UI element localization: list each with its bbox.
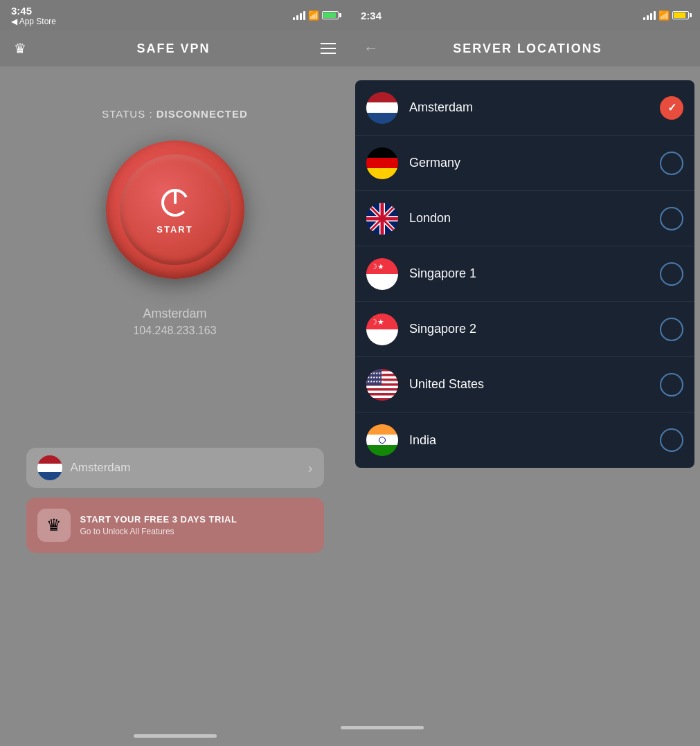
left-top-nav: ♛ SAFE VPN	[0, 30, 350, 66]
svg-text:★★★★★★: ★★★★★★	[367, 379, 384, 383]
server-item-singapore2[interactable]: ☽★ Singapore 2	[355, 302, 694, 357]
wifi-icon-right: 📶	[658, 10, 670, 21]
right-panel: 2:34 📶 ← SERVER LOCATIONS Amsterdam	[350, 0, 700, 746]
radio-us	[660, 373, 683, 397]
power-button-inner: START	[120, 154, 231, 265]
menu-button[interactable]	[321, 43, 336, 54]
svg-rect-16	[366, 390, 398, 393]
server-item-london[interactable]: London	[355, 191, 694, 246]
app-store-back[interactable]: ◀ App Store	[11, 17, 56, 26]
trial-text: START YOUR FREE 3 DAYS TRIAL Go to Unloc…	[80, 514, 237, 536]
flag-amsterdam	[366, 92, 398, 124]
svg-rect-15	[366, 385, 398, 388]
svg-rect-17	[366, 395, 398, 398]
battery-right	[672, 11, 689, 19]
start-label: START	[156, 224, 192, 235]
right-top-nav: ← SERVER LOCATIONS	[350, 30, 700, 66]
battery-left	[322, 11, 339, 19]
back-button[interactable]: ←	[364, 39, 379, 57]
server-name-india: India	[409, 433, 660, 448]
server-name-singapore2: Singapore 2	[409, 322, 660, 336]
crown-icon[interactable]: ♛	[14, 40, 26, 57]
server-name-amsterdam: Amsterdam	[409, 100, 660, 115]
status-value: DISCONNECTED	[156, 108, 248, 120]
radio-amsterdam	[660, 96, 683, 120]
left-status-bar: 3:45 ◀ App Store 📶	[0, 0, 350, 30]
flag-singapore2: ☽★	[366, 313, 398, 345]
page-title: SERVER LOCATIONS	[390, 42, 665, 56]
radio-singapore1	[660, 262, 683, 286]
server-name-germany: Germany	[409, 156, 660, 170]
left-status-icons: 📶	[293, 10, 339, 21]
trial-title: START YOUR FREE 3 DAYS TRIAL	[80, 514, 237, 525]
signal-bars-left	[293, 10, 305, 20]
signal-bars-right	[643, 10, 656, 20]
server-name-singapore1: Singapore 1	[409, 266, 660, 281]
server-selector-name: Amsterdam	[71, 461, 308, 475]
power-button-container: START	[106, 140, 244, 279]
right-status-icons: 📶	[643, 10, 689, 21]
flag-singapore1: ☽★	[366, 258, 398, 290]
chevron-right-icon: ›	[308, 460, 313, 476]
server-item-india[interactable]: India	[355, 412, 694, 468]
flag-germany	[366, 147, 398, 179]
power-icon	[158, 185, 192, 220]
server-list: Amsterdam Germany	[355, 80, 694, 468]
power-button[interactable]: START	[106, 140, 244, 279]
connection-status: STATUS : DISCONNECTED	[102, 108, 247, 120]
location-info: Amsterdam 104.248.233.163	[133, 307, 216, 337]
trial-subtitle: Go to Unlock All Features	[80, 527, 237, 536]
trial-crown-icon: ♛	[37, 509, 71, 542]
radio-london	[660, 207, 683, 230]
server-item-germany[interactable]: Germany	[355, 136, 694, 191]
server-name-us: United States	[409, 377, 660, 392]
battery-fill-right	[674, 12, 685, 18]
battery-fill-left	[323, 12, 336, 18]
location-name: Amsterdam	[133, 307, 216, 321]
right-time: 2:34	[361, 10, 382, 21]
location-ip: 104.248.233.163	[133, 325, 216, 337]
wifi-icon-left: 📶	[308, 10, 319, 21]
home-indicator-right	[341, 726, 424, 729]
status-prefix: STATUS :	[102, 108, 156, 120]
server-item-us[interactable]: ★★★★★★ ★★★★★ ★★★★★★ United States	[355, 357, 694, 412]
flag-us: ★★★★★★ ★★★★★ ★★★★★★	[366, 369, 398, 401]
right-status-bar: 2:34 📶	[350, 0, 700, 30]
server-item-singapore1[interactable]: ☽★ Singapore 1	[355, 246, 694, 302]
server-item-amsterdam[interactable]: Amsterdam	[355, 80, 694, 136]
radio-india	[660, 428, 683, 452]
server-flag-nl	[37, 455, 62, 480]
left-time: 3:45	[11, 5, 56, 17]
server-name-london: London	[409, 211, 660, 226]
server-selector[interactable]: Amsterdam ›	[26, 448, 324, 488]
flag-london	[366, 203, 398, 235]
radio-germany	[660, 152, 683, 175]
home-indicator-left	[134, 734, 217, 738]
radio-singapore2	[660, 318, 683, 341]
left-panel: 3:45 ◀ App Store 📶 ♛ SAFE VPN STATUS	[0, 0, 350, 746]
app-title: SAFE VPN	[136, 42, 210, 56]
trial-banner[interactable]: ♛ START YOUR FREE 3 DAYS TRIAL Go to Unl…	[26, 498, 324, 553]
flag-india	[366, 424, 398, 456]
